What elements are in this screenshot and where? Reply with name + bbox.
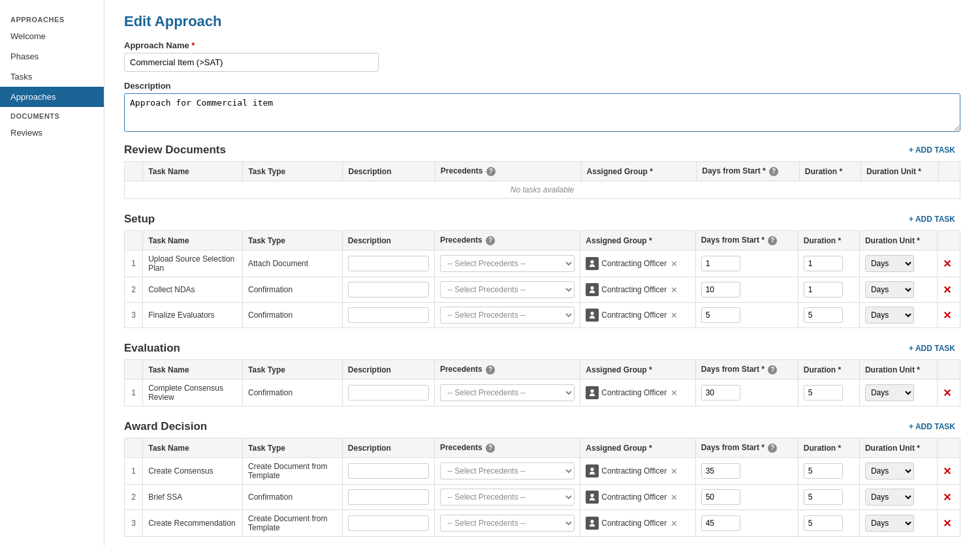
task-group-cell: Contracting Officer ✕ (580, 510, 695, 537)
task-precedents-select[interactable]: -- Select Precedents -- (440, 255, 575, 272)
task-duration-input[interactable] (804, 282, 843, 297)
task-precedents-select[interactable]: -- Select Precedents -- (440, 463, 575, 479)
days-info-icon[interactable]: ? (768, 365, 777, 374)
task-desc-input[interactable] (348, 489, 429, 505)
sidebar-item-welcome[interactable]: Welcome (0, 26, 104, 46)
task-desc-input[interactable] (348, 385, 429, 401)
task-days-input[interactable] (701, 385, 740, 401)
precedents-info-icon[interactable]: ? (486, 444, 495, 453)
task-duration-input[interactable] (804, 256, 843, 271)
sidebar-item-tasks[interactable]: Tasks (0, 67, 104, 87)
task-delete-button[interactable]: ✕ (943, 258, 951, 270)
task-duration-input[interactable] (804, 307, 843, 323)
days-info-icon[interactable]: ? (769, 167, 778, 176)
table-row: 2 Brief SSA Confirmation -- Select Prece… (125, 485, 960, 510)
task-precedents-select[interactable]: -- Select Precedents -- (440, 384, 575, 401)
task-delete-cell: ✕ (937, 303, 960, 328)
task-days-input[interactable] (701, 282, 740, 297)
task-desc-input[interactable] (348, 282, 429, 297)
task-unit-select[interactable]: Days Weeks Hours (865, 463, 914, 479)
task-duration-input[interactable] (804, 489, 843, 505)
task-desc-input[interactable] (348, 256, 429, 271)
approach-name-label: Approach Name * (124, 40, 960, 50)
task-precedents-select[interactable]: -- Select Precedents -- (440, 489, 575, 506)
task-type-cell: Confirmation (243, 485, 343, 510)
task-delete-button[interactable]: ✕ (943, 491, 951, 504)
task-delete-button[interactable]: ✕ (943, 465, 951, 478)
group-remove-button[interactable]: ✕ (671, 466, 678, 476)
th-num (125, 231, 143, 250)
th-precedents: Precedents ? (434, 360, 580, 380)
sidebar-item-approaches[interactable]: Approaches (0, 87, 104, 107)
add-task-button-award-decision[interactable]: + ADD TASK (904, 419, 960, 434)
task-desc-input[interactable] (348, 463, 429, 479)
section-title-award-decision: Award Decision (124, 420, 207, 433)
th-duration: Duration * (798, 438, 859, 458)
task-days-input[interactable] (701, 489, 740, 505)
task-precedents-select[interactable]: -- Select Precedents -- (440, 281, 575, 298)
person-icon (588, 285, 597, 294)
task-days-input[interactable] (701, 256, 740, 271)
description-textarea[interactable] (124, 93, 960, 132)
task-unit-select[interactable]: Days Weeks Hours (865, 515, 914, 532)
task-unit-select[interactable]: Days Weeks Hours (865, 307, 914, 324)
task-desc-cell (342, 277, 434, 303)
group-cell-content: Contracting Officer ✕ (586, 491, 689, 504)
sidebar-item-phases[interactable]: Phases (0, 46, 104, 67)
approach-name-input[interactable] (124, 53, 379, 72)
th-description: Description (342, 360, 434, 380)
task-days-input[interactable] (701, 463, 740, 479)
task-unit-select[interactable]: Days Weeks Hours (865, 255, 914, 272)
group-name-label: Contracting Officer (601, 311, 667, 320)
task-unit-select[interactable]: Days Weeks Hours (865, 281, 914, 298)
task-name-cell: Finalize Evaluators (143, 303, 243, 328)
task-days-input[interactable] (701, 515, 740, 531)
task-delete-button[interactable]: ✕ (943, 284, 951, 296)
group-remove-button[interactable]: ✕ (671, 259, 678, 269)
precedents-info-icon[interactable]: ? (486, 236, 495, 245)
task-desc-input[interactable] (348, 515, 429, 531)
precedents-info-icon[interactable]: ? (486, 167, 496, 176)
task-delete-button[interactable]: ✕ (943, 309, 951, 322)
task-group-cell: Contracting Officer ✕ (580, 485, 695, 510)
group-remove-button[interactable]: ✕ (671, 519, 678, 528)
task-desc-cell (342, 380, 434, 406)
task-delete-button[interactable]: ✕ (943, 517, 951, 530)
add-task-button-setup[interactable]: + ADD TASK (904, 212, 960, 226)
th-task-type: Task Type (243, 360, 343, 380)
task-type-cell: Create Document from Template (243, 510, 343, 537)
task-group-cell: Contracting Officer ✕ (580, 250, 695, 277)
task-precedents-select[interactable]: -- Select Precedents -- (440, 515, 575, 532)
days-info-icon[interactable]: ? (768, 444, 777, 453)
task-precedents-cell: -- Select Precedents -- (434, 250, 580, 277)
task-delete-button[interactable]: ✕ (943, 387, 951, 399)
task-desc-cell (342, 510, 434, 537)
task-desc-input[interactable] (348, 307, 429, 323)
sidebar-item-reviews[interactable]: Reviews (0, 123, 104, 143)
group-name-label: Contracting Officer (601, 259, 667, 268)
no-tasks-message: No tasks available (125, 181, 960, 199)
task-unit-select[interactable]: Days Weeks Hours (865, 489, 914, 506)
group-remove-button[interactable]: ✕ (671, 285, 678, 295)
task-name-cell: Upload Source Selection Plan (143, 250, 243, 277)
precedents-info-icon[interactable]: ? (486, 365, 495, 374)
add-task-button-evaluation[interactable]: + ADD TASK (904, 341, 960, 356)
group-remove-button[interactable]: ✕ (671, 388, 678, 398)
task-precedents-select[interactable]: -- Select Precedents -- (440, 307, 575, 324)
group-remove-button[interactable]: ✕ (671, 493, 678, 502)
group-remove-button[interactable]: ✕ (671, 311, 678, 320)
task-unit-select[interactable]: Days Weeks Hours (865, 384, 914, 401)
days-info-icon[interactable]: ? (768, 236, 777, 245)
add-task-button-review-documents[interactable]: + ADD TASK (904, 143, 960, 157)
task-days-cell (695, 510, 798, 537)
task-duration-input[interactable] (804, 463, 843, 479)
task-days-cell (695, 458, 798, 485)
th-duration-unit: Duration Unit * (859, 438, 937, 458)
task-days-input[interactable] (701, 307, 740, 323)
th-precedents: Precedents ? (434, 438, 580, 458)
task-name-cell: Create Consensus (143, 458, 243, 485)
task-num: 2 (125, 277, 143, 303)
task-duration-input[interactable] (804, 385, 843, 401)
task-duration-input[interactable] (804, 515, 843, 531)
group-icon (586, 464, 599, 478)
